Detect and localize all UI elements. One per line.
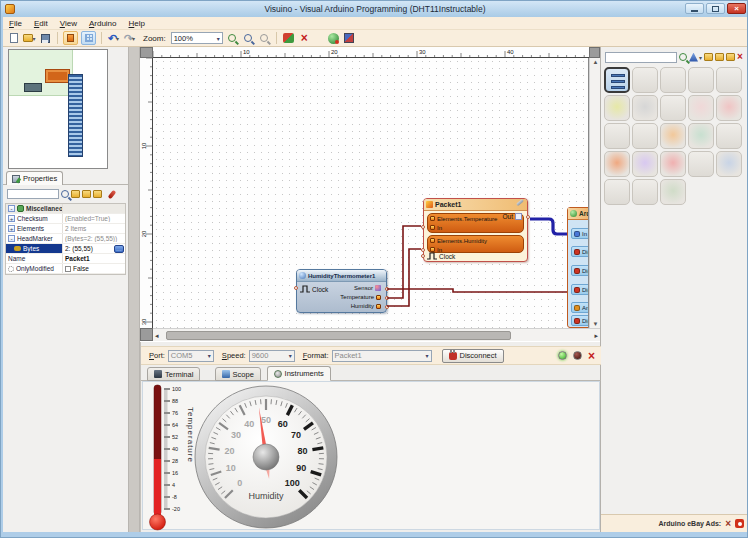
palette-item-18[interactable] [660, 151, 686, 177]
component-humiditythermometer1[interactable]: HumidityThermometer1 Clock Sensor Temper… [296, 269, 387, 313]
palette-item-16[interactable] [604, 151, 630, 177]
expander-icon[interactable]: + [8, 215, 15, 222]
palette-item-20[interactable] [716, 151, 742, 177]
upload-arduino-icon[interactable] [282, 32, 295, 45]
arduino-pin-digit-3[interactable]: Digit [571, 284, 589, 295]
property-row-name[interactable]: NamePacket1 [6, 254, 125, 264]
speed-select[interactable]: 9600▾ [249, 350, 295, 362]
palette-item-1[interactable] [604, 67, 630, 93]
minimize-button[interactable] [685, 3, 704, 14]
toggle-panel-icon[interactable] [63, 31, 78, 45]
expand-all-icon[interactable] [93, 190, 102, 198]
pin-dot[interactable] [571, 269, 572, 273]
temperature-in-pin-dot[interactable] [421, 225, 425, 229]
palette-item-14[interactable] [688, 123, 714, 149]
palette-item-9[interactable] [688, 95, 714, 121]
help-web-icon[interactable] [327, 32, 340, 45]
tab-terminal[interactable]: Terminal [147, 367, 200, 381]
humidity-pin-dot[interactable] [385, 305, 389, 309]
open-file-icon[interactable]: ▾ [23, 32, 36, 45]
category-all-icon[interactable] [726, 53, 735, 61]
expander-icon[interactable]: - [8, 235, 15, 242]
pin-dot[interactable] [571, 319, 572, 323]
scroll-right-icon[interactable]: ▸ [594, 332, 598, 340]
category-up-icon[interactable] [704, 53, 713, 61]
checkbox[interactable] [65, 266, 71, 272]
disconnect-button[interactable]: Disconnect [442, 349, 504, 363]
vertical-scrollbar[interactable]: ▲ ▼ [589, 58, 600, 328]
tab-properties[interactable]: Properties [6, 171, 63, 185]
overview-minimap[interactable] [8, 49, 108, 169]
palette-item-15[interactable] [716, 123, 742, 149]
palette-item-2[interactable] [632, 67, 658, 93]
close-button[interactable]: × [727, 3, 746, 14]
connection-tools-icon[interactable]: × [588, 351, 595, 361]
zoom-reset-icon[interactable] [258, 32, 271, 45]
package-icon[interactable] [343, 32, 356, 45]
undo-icon[interactable]: ↶▾ [107, 32, 120, 45]
palette-item-5[interactable] [716, 67, 742, 93]
category-down-icon[interactable] [715, 53, 724, 61]
scroll-left-icon[interactable]: ◂ [155, 332, 159, 340]
palette-item-7[interactable] [632, 95, 658, 121]
format-select[interactable]: Packet1▾ [332, 350, 432, 362]
redo-icon[interactable]: ↷▾ [123, 32, 136, 45]
scrollbar-thumb[interactable] [166, 331, 511, 340]
zoom-out-icon[interactable] [242, 32, 255, 45]
palette-item-17[interactable] [632, 151, 658, 177]
pin-dot[interactable] [571, 232, 572, 236]
toggle-grid-icon[interactable] [81, 31, 96, 45]
pin-temperature[interactable]: Temperature [340, 294, 381, 300]
horizontal-scrollbar[interactable]: ◂ ▸ [153, 328, 600, 341]
categorized-view-icon[interactable] [71, 190, 80, 198]
arduino-pin-anal-4[interactable]: Anal [571, 302, 589, 313]
maximize-button[interactable] [706, 3, 725, 14]
palette-item-8[interactable] [660, 95, 686, 121]
ads-close-icon[interactable] [735, 519, 744, 528]
expander-icon[interactable]: - [8, 205, 15, 212]
pin-icon[interactable] [108, 189, 117, 198]
pin-humidity[interactable]: Humidity [351, 303, 381, 309]
property-row-onlymodified[interactable]: OnlyModifiedFalse [6, 264, 125, 274]
palette-item-13[interactable] [660, 123, 686, 149]
pin-dot[interactable] [571, 306, 572, 310]
palette-item-23[interactable] [660, 179, 686, 205]
wrench-icon[interactable] [516, 199, 524, 206]
save-icon[interactable] [39, 32, 52, 45]
sensor-pin-dot[interactable] [385, 287, 389, 291]
ellipsis-editor-button[interactable]: … [114, 245, 124, 253]
menu-file[interactable]: File [3, 18, 28, 29]
pin-clock[interactable]: Clock [427, 252, 455, 260]
palette-search-input[interactable] [605, 52, 677, 63]
property-row-elements[interactable]: +Elements2 Items [6, 224, 125, 234]
component-arduino[interactable]: Ard InDigitDigitDigitAnalDigit [567, 207, 589, 328]
delete-icon[interactable]: × [298, 32, 311, 45]
temperature-pin-dot[interactable] [385, 296, 389, 300]
component-packet1[interactable]: Packet1 Elements.Temperature In Elements… [423, 198, 528, 262]
tab-instruments[interactable]: Instruments [267, 366, 331, 381]
palette-item-10[interactable] [716, 95, 742, 121]
out-pin-dot[interactable] [526, 215, 530, 219]
palette-item-19[interactable] [688, 151, 714, 177]
zoom-select[interactable]: 100%▾ [171, 32, 223, 44]
clear-filter-icon[interactable]: × [737, 52, 743, 62]
menu-arduino[interactable]: Arduino [83, 18, 123, 29]
property-row-miscellaneous[interactable]: -Miscellaneous [6, 204, 125, 214]
palette-item-6[interactable] [604, 95, 630, 121]
port-select[interactable]: COM5▾ [168, 350, 214, 362]
pin-sensor[interactable]: Sensor [354, 285, 381, 291]
design-canvas[interactable]: HumidityThermometer1 Clock Sensor Temper… [153, 58, 589, 328]
clock-pin-dot[interactable] [294, 286, 298, 290]
arduino-pin-digit-2[interactable]: Digit [571, 265, 589, 276]
menu-help[interactable]: Help [123, 18, 151, 29]
palette-item-12[interactable] [632, 123, 658, 149]
palette-item-11[interactable] [604, 123, 630, 149]
wizard-icon[interactable] [689, 53, 698, 62]
pin-out[interactable]: Out [503, 213, 522, 220]
zoom-in-icon[interactable] [226, 32, 239, 45]
palette-item-22[interactable] [632, 179, 658, 205]
property-row-headmarker[interactable]: -HeadMarker(Bytes=2: (55,55)) [6, 234, 125, 244]
palette-item-3[interactable] [660, 67, 686, 93]
new-file-icon[interactable] [7, 32, 20, 45]
ads-settings-icon[interactable]: × [725, 518, 731, 529]
